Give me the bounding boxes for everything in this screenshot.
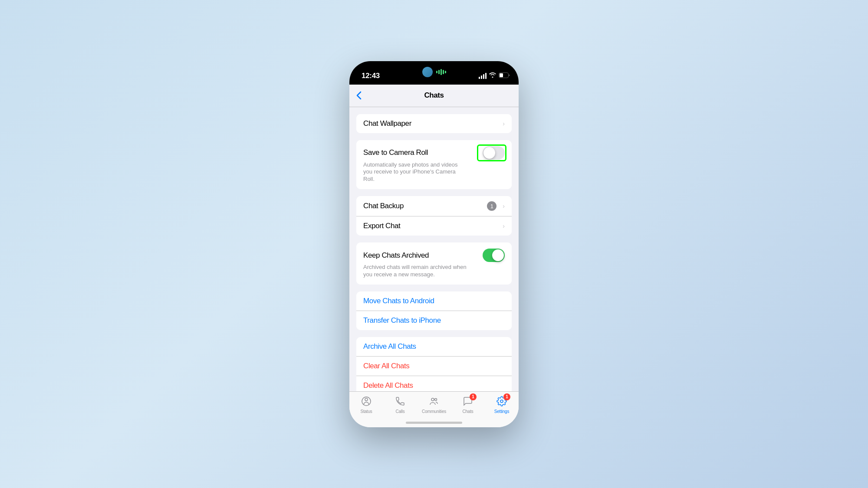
camera-roll-section: Save to Camera Roll Automatically save p… [349,140,519,190]
camera-roll-content: Save to Camera Roll Automatically save p… [363,146,505,183]
tab-calls[interactable]: Calls [383,395,417,414]
move-transfer-group: Move Chats to Android Transfer Chats to … [356,291,512,330]
destructive-actions-group: Archive All Chats Clear All Chats Delete… [356,337,512,391]
battery-icon [499,72,510,79]
keep-archived-content: Keep Chats Archived Archived chats will … [363,249,505,278]
island-audio-bars [436,69,446,75]
move-to-android-label: Move Chats to Android [363,297,505,305]
toggle-thumb [483,147,495,159]
back-button[interactable] [356,91,362,100]
backup-export-group: Chat Backup 1 › Export Chat › [356,196,512,236]
keep-archived-toggle[interactable] [483,249,505,262]
tab-chats[interactable]: 1 Chats [451,395,485,414]
calls-icon [394,395,406,407]
tab-status-label: Status [360,409,372,414]
audio-bar-4 [443,70,444,74]
communities-icon [428,395,440,407]
camera-roll-description: Automatically save photos and videos you… [363,161,467,183]
backup-export-section: Chat Backup 1 › Export Chat › [349,196,519,236]
destructive-actions-section: Archive All Chats Clear All Chats Delete… [349,337,519,391]
move-transfer-section: Move Chats to Android Transfer Chats to … [349,291,519,330]
settings-badge: 1 [503,393,510,400]
settings-content: Chat Wallpaper › Save to Camera Roll [349,107,519,391]
keep-archived-item[interactable]: Keep Chats Archived Archived chats will … [356,242,512,285]
camera-roll-group: Save to Camera Roll Automatically save p… [356,140,512,190]
backup-chevron-icon: › [503,203,505,210]
chat-wallpaper-item[interactable]: Chat Wallpaper › [356,114,512,133]
home-indicator [406,422,462,424]
transfer-to-iphone-item[interactable]: Transfer Chats to iPhone [356,311,512,330]
clear-all-item[interactable]: Clear All Chats [356,357,512,376]
chats-badge: 1 [470,393,477,400]
keep-archived-description: Archived chats will remain archived when… [363,264,467,278]
navigation-bar: Chats [349,85,519,107]
svg-point-3 [365,398,368,401]
tab-settings[interactable]: 1 Settings [485,395,519,414]
dynamic-island [408,65,460,79]
svg-point-5 [435,398,437,400]
signal-icon [479,73,487,79]
save-camera-roll-item[interactable]: Save to Camera Roll Automatically save p… [356,140,512,190]
status-icon [360,395,372,407]
keep-archived-label: Keep Chats Archived [363,251,483,260]
tab-chats-label: Chats [462,409,473,414]
backup-badge: 1 [487,201,496,211]
tab-status[interactable]: Status [349,395,383,414]
export-chevron-icon: › [503,223,505,229]
wifi-icon [489,72,496,79]
delete-all-item[interactable]: Delete All Chats [356,376,512,391]
export-chat-label: Export Chat [363,222,499,230]
page-title: Chats [424,91,444,100]
toggle-wrapper [483,146,505,160]
camera-roll-toggle[interactable] [483,146,505,160]
keep-archived-row: Keep Chats Archived [363,249,505,262]
archive-all-label: Archive All Chats [363,342,505,351]
keep-archived-group: Keep Chats Archived Archived chats will … [356,242,512,285]
tab-communities[interactable]: Communities [417,395,451,414]
chats-icon: 1 [462,395,474,407]
audio-bar-2 [438,70,440,74]
svg-rect-1 [500,73,503,77]
chat-backup-item[interactable]: Chat Backup 1 › [356,196,512,216]
svg-point-4 [431,398,434,401]
export-chat-item[interactable]: Export Chat › [356,216,512,236]
camera-roll-label: Save to Camera Roll [363,148,483,157]
settings-icon: 1 [496,395,508,407]
tab-communities-label: Communities [422,409,446,414]
transfer-to-iphone-label: Transfer Chats to iPhone [363,316,505,325]
delete-all-label: Delete All Chats [363,381,505,390]
status-time: 12:43 [362,72,380,80]
chat-wallpaper-label: Chat Wallpaper [363,119,499,128]
move-to-android-item[interactable]: Move Chats to Android [356,291,512,311]
chat-backup-label: Chat Backup [363,202,487,210]
audio-bar-3 [441,69,442,75]
tab-settings-label: Settings [494,409,510,414]
tab-calls-label: Calls [395,409,404,414]
keep-archived-toggle-thumb [492,249,504,261]
svg-point-6 [500,400,503,403]
keep-archived-section: Keep Chats Archived Archived chats will … [349,242,519,285]
clear-all-label: Clear All Chats [363,362,505,370]
wallpaper-chevron-icon: › [503,120,505,127]
archive-all-item[interactable]: Archive All Chats [356,337,512,357]
audio-bar-1 [436,71,437,73]
wallpaper-section: Chat Wallpaper › [349,114,519,133]
status-icons [479,72,510,79]
wallpaper-group: Chat Wallpaper › [356,114,512,133]
phone-frame: 12:43 [349,61,519,427]
audio-bar-5 [445,71,446,73]
status-bar: 12:43 [349,61,519,85]
camera-roll-row: Save to Camera Roll [363,146,505,160]
island-avatar [422,67,433,77]
